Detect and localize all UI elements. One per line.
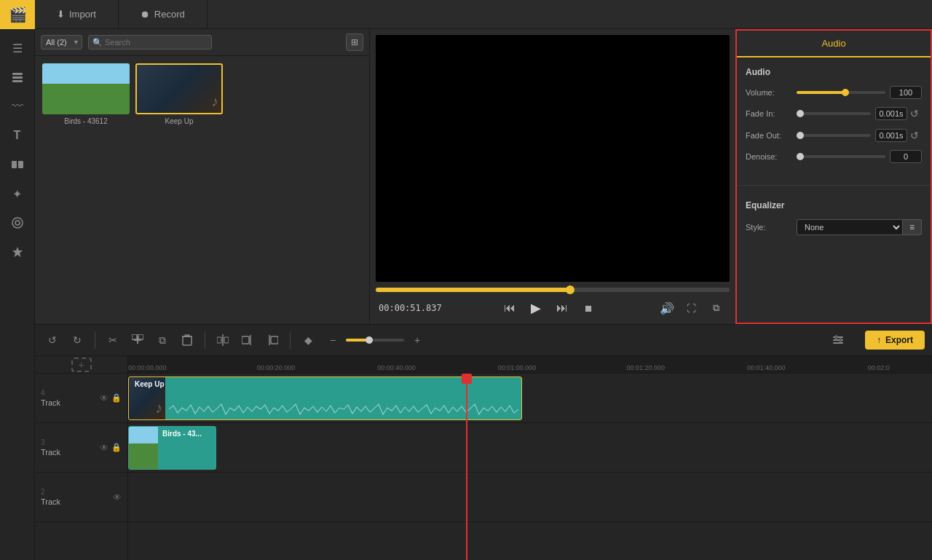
- keepup-label: Keep Up: [165, 117, 194, 125]
- keepup-thumbnail: [135, 63, 223, 114]
- grid-view-button[interactable]: ⊞: [346, 33, 363, 51]
- eq-settings-button[interactable]: ≡: [903, 219, 922, 235]
- pip-button[interactable]: ⧉: [706, 298, 727, 318]
- fullscreen-button[interactable]: ⛶: [682, 298, 702, 318]
- trim-end-button[interactable]: [262, 330, 283, 350]
- track-2-eye-icon[interactable]: 👁: [113, 492, 122, 502]
- track-4-label: Track: [41, 398, 60, 407]
- volume-fill: [797, 91, 845, 94]
- playhead-top[interactable]: [462, 374, 472, 384]
- svg-rect-23: [833, 342, 843, 344]
- app-logo-icon: 🎬: [9, 6, 27, 23]
- media-item-keepup[interactable]: Keep Up: [135, 63, 223, 125]
- undo-button[interactable]: ↺: [42, 330, 63, 350]
- track-row-2: [128, 473, 932, 522]
- fade-out-row: Fade Out: 0.001s ↺: [746, 128, 922, 143]
- sidebar-item-audio[interactable]: 〰: [4, 93, 31, 119]
- volume-slider[interactable]: [797, 91, 885, 94]
- zoom-slider[interactable]: [346, 339, 404, 342]
- birds-clip-label: Birds - 43...: [162, 430, 202, 438]
- sidebar-item-text[interactable]: T: [4, 122, 31, 149]
- divider: [737, 185, 931, 186]
- eq-style-select[interactable]: None Bass Boost Treble Boost Vocal Boost…: [797, 219, 903, 235]
- sidebar-item-effects[interactable]: ✦: [4, 181, 31, 207]
- birds-thumbnail: [42, 63, 130, 114]
- denoise-slider[interactable]: [797, 155, 885, 158]
- svg-rect-11: [183, 336, 191, 345]
- zoom-out-button[interactable]: −: [323, 330, 343, 350]
- svg-rect-24: [835, 336, 837, 339]
- skip-back-button[interactable]: ⏮: [499, 298, 520, 318]
- record-tab[interactable]: ⏺ Record: [119, 0, 208, 28]
- track-3-label: Track: [41, 448, 60, 457]
- record-label: Record: [154, 9, 185, 20]
- ruler-mark-6: 00:02:0: [868, 364, 890, 371]
- fade-out-handle[interactable]: [797, 132, 804, 139]
- sidebar-item-media[interactable]: ☰: [4, 35, 31, 61]
- volume-button[interactable]: 🔊: [657, 298, 677, 318]
- volume-label: Volume:: [746, 88, 797, 97]
- fade-out-slider[interactable]: [797, 134, 871, 137]
- search-input[interactable]: [88, 35, 212, 50]
- eq-style-label: Style:: [746, 223, 797, 232]
- zoom-handle[interactable]: [366, 336, 373, 344]
- track-4-eye-icon[interactable]: 👁: [100, 393, 108, 403]
- timeline-tracks: Keep Up Birds - 43...: [128, 374, 932, 560]
- redo-button[interactable]: ↻: [67, 330, 87, 350]
- fade-in-reset-button[interactable]: ↺: [907, 106, 922, 121]
- settings-button[interactable]: [829, 330, 849, 350]
- marker-button[interactable]: ◆: [298, 330, 318, 350]
- birds-clip[interactable]: Birds - 43...: [128, 426, 216, 470]
- fade-in-handle[interactable]: [797, 110, 804, 117]
- timeline-area: + 4 Track 👁 🔒 3 T: [35, 356, 932, 560]
- preview-controls: 00:00:51.837 ⏮ ▶ ⏭ ⏹ 🔊 ⛶ ⧉: [370, 295, 735, 324]
- separator-2: [205, 331, 205, 349]
- play-button[interactable]: ▶: [526, 298, 546, 318]
- svg-rect-1: [12, 76, 23, 79]
- sidebar-item-layers[interactable]: [4, 64, 31, 90]
- progress-handle[interactable]: [566, 285, 574, 294]
- volume-handle[interactable]: [842, 89, 849, 96]
- add-track-button[interactable]: +: [71, 358, 92, 372]
- fade-out-reset-button[interactable]: ↺: [907, 128, 922, 143]
- stop-button[interactable]: ⏹: [578, 298, 599, 318]
- progress-bar[interactable]: [376, 288, 730, 292]
- audio-section: Audio Volume: 100 Fade In:: [737, 58, 931, 179]
- fade-in-slider[interactable]: [797, 112, 871, 115]
- copy-button[interactable]: ⧉: [152, 330, 173, 350]
- zoom-in-button[interactable]: +: [407, 330, 427, 350]
- sidebar-item-filters[interactable]: [4, 210, 31, 236]
- add-clip-button[interactable]: [127, 330, 148, 350]
- fade-out-value: 0.001s: [875, 129, 907, 142]
- svg-rect-3: [12, 161, 17, 168]
- volume-value: 100: [890, 86, 922, 99]
- split-button[interactable]: [213, 330, 233, 350]
- export-button[interactable]: ↑ Export: [865, 331, 925, 350]
- sidebar-item-stickers[interactable]: [4, 239, 31, 265]
- track-3-lock-icon[interactable]: 🔒: [111, 443, 122, 452]
- denoise-handle[interactable]: [797, 153, 804, 160]
- right-controls: 🔊 ⛶ ⧉: [657, 298, 727, 318]
- ruler-mark-5: 00:01:40.000: [747, 364, 786, 371]
- svg-rect-25: [840, 339, 842, 342]
- svg-rect-10: [138, 334, 143, 339]
- timeline-toolbar: ↺ ↻ ✂ ⧉ ◆ −: [35, 324, 932, 356]
- delete-button[interactable]: [177, 330, 197, 350]
- trim-start-button[interactable]: [237, 330, 258, 350]
- svg-rect-21: [833, 336, 843, 338]
- track-3-eye-icon[interactable]: 👁: [100, 443, 108, 453]
- track-label-3: 3 Track 👁 🔒: [35, 423, 127, 473]
- ruler-mark-0: 00:00:00.000: [128, 364, 167, 371]
- skip-forward-button[interactable]: ⏭: [552, 298, 572, 318]
- import-tab[interactable]: ⬇ Import: [35, 0, 119, 28]
- denoise-value: 0: [890, 150, 922, 163]
- cut-button[interactable]: ✂: [103, 330, 123, 350]
- svg-point-5: [12, 218, 23, 228]
- zoom-control: − +: [323, 330, 427, 350]
- tab-audio[interactable]: Audio: [737, 31, 931, 58]
- filter-select[interactable]: All (2) Video Audio: [41, 35, 82, 50]
- media-item-birds[interactable]: Birds - 43612: [42, 63, 130, 125]
- playhead[interactable]: [466, 374, 467, 560]
- sidebar-item-transitions[interactable]: [4, 151, 31, 178]
- track-4-lock-icon[interactable]: 🔒: [111, 393, 122, 403]
